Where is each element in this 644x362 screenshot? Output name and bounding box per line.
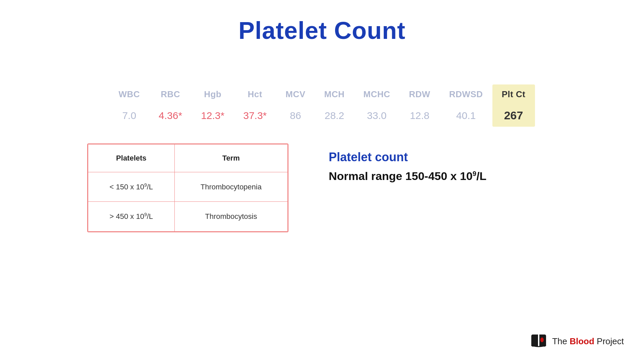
cbc-table: WBC RBC Hgb Hct MCV MCH MCHC RDW RDWSD P… xyxy=(109,84,535,127)
cbc-col-mcv: MCV xyxy=(276,84,315,104)
logo-area: The Blood Project xyxy=(530,334,624,349)
cbc-col-mchc: MCHC xyxy=(354,84,399,104)
platelet-col2-header: Term xyxy=(174,144,287,172)
cbc-col-rdw: RDW xyxy=(399,84,440,104)
cbc-value-row: 7.0 4.36* 12.3* 37.3* 86 28.2 33.0 12.8 … xyxy=(109,104,535,127)
page-title: Platelet Count xyxy=(0,0,644,44)
platelet-header-row: Platelets Term xyxy=(88,144,288,172)
cbc-col-rbc: RBC xyxy=(149,84,192,104)
cbc-col-pltct: Plt Ct xyxy=(492,84,535,104)
cbc-val-mch: 28.2 xyxy=(315,104,354,127)
logo-text-post: Project xyxy=(594,336,624,346)
platelet-col1-header: Platelets xyxy=(88,144,175,172)
platelet-high-term: Thrombocytosis xyxy=(174,202,287,231)
cbc-col-hct: Hct xyxy=(234,84,276,104)
cbc-val-wbc: 7.0 xyxy=(109,104,149,127)
logo-text-pre: The xyxy=(552,336,570,346)
logo-text-bold: Blood xyxy=(570,336,594,346)
cbc-val-rdw: 12.8 xyxy=(399,104,440,127)
table-row: < 150 x 109/L Thrombocytopenia xyxy=(88,172,288,202)
cbc-val-hct: 37.3* xyxy=(234,104,276,127)
content-area: Platelets Term < 150 x 109/L Thrombocyto… xyxy=(0,143,644,232)
platelet-high-value: > 450 x 109/L xyxy=(88,202,175,231)
info-range: Normal range 150-450 x 109/L xyxy=(329,170,486,183)
logo-book-icon xyxy=(530,334,547,349)
cbc-val-pltct: 267 xyxy=(492,104,535,127)
info-panel: Platelet count Normal range 150-450 x 10… xyxy=(329,143,486,183)
cbc-val-hgb: 12.3* xyxy=(192,104,234,127)
platelet-table: Platelets Term < 150 x 109/L Thrombocyto… xyxy=(88,144,288,232)
table-row: > 450 x 109/L Thrombocytosis xyxy=(88,202,288,231)
cbc-header-row: WBC RBC Hgb Hct MCV MCH MCHC RDW RDWSD P… xyxy=(109,84,535,104)
cbc-panel: WBC RBC Hgb Hct MCV MCH MCHC RDW RDWSD P… xyxy=(0,84,644,127)
info-title: Platelet count xyxy=(329,150,486,164)
platelet-table-container: Platelets Term < 150 x 109/L Thrombocyto… xyxy=(87,143,288,232)
cbc-col-hgb: Hgb xyxy=(192,84,234,104)
platelet-low-value: < 150 x 109/L xyxy=(88,172,175,202)
logo-text: The Blood Project xyxy=(552,336,624,347)
cbc-val-rdwsd: 40.1 xyxy=(440,104,492,127)
cbc-col-mch: MCH xyxy=(315,84,354,104)
cbc-val-mchc: 33.0 xyxy=(354,104,399,127)
platelet-low-term: Thrombocytopenia xyxy=(174,172,287,202)
cbc-val-mcv: 86 xyxy=(276,104,315,127)
cbc-val-rbc: 4.36* xyxy=(149,104,192,127)
cbc-col-wbc: WBC xyxy=(109,84,149,104)
cbc-col-rdwsd: RDWSD xyxy=(440,84,492,104)
